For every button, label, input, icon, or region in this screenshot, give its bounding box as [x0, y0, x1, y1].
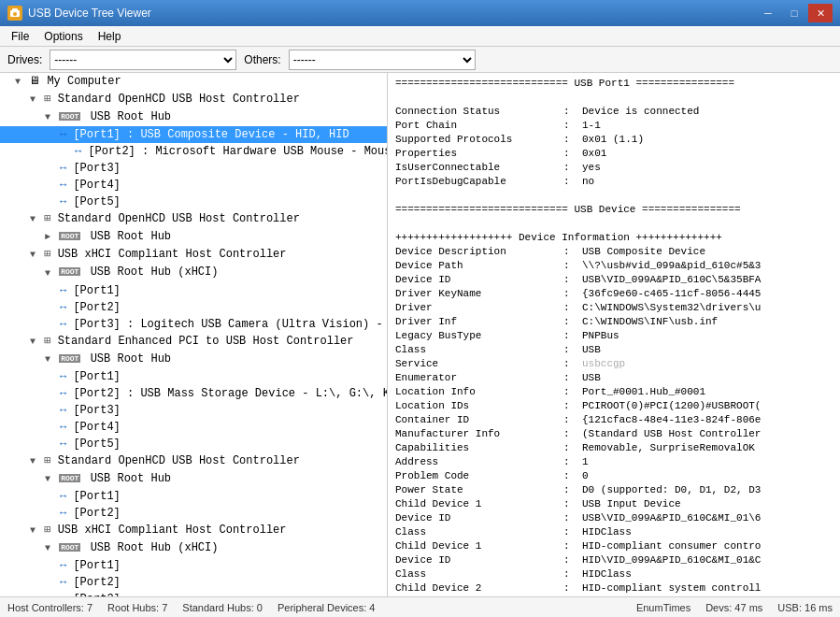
- tree-port4-3[interactable]: ↔ [Port3]: [0, 402, 387, 419]
- tree-port6-2[interactable]: ↔ [Port2]: [0, 574, 387, 591]
- tree-port1-4[interactable]: ↔ [Port4]: [0, 177, 387, 194]
- detail-problem-code: Problem Code : 0: [388, 469, 840, 483]
- tree-port1-2[interactable]: ↔ [Port2] : Microsoft Hardware USB Mouse…: [0, 143, 387, 160]
- tree-root[interactable]: ▼ 🖥 My Computer: [0, 73, 387, 91]
- tree-port6-1[interactable]: ↔ [Port1]: [0, 557, 387, 574]
- detail-class: Class : USB: [388, 343, 840, 357]
- drives-label: Drives:: [7, 53, 42, 66]
- tree-port4-1[interactable]: ↔ [Port1]: [0, 368, 387, 385]
- detail-supported-protocols: Supported Protocols : 0x01 (1.1): [388, 133, 840, 147]
- status-host-controllers: Host Controllers: 7: [7, 602, 93, 613]
- tree-hc1[interactable]: ▼ ⊞ Standard OpenHCD USB Host Controller: [0, 91, 387, 108]
- svg-point-2: [13, 12, 17, 16]
- tree-port4-4[interactable]: ↔ [Port4]: [0, 419, 387, 436]
- title-bar-left: USB Device Tree Viewer: [7, 6, 151, 21]
- tree-hub2[interactable]: ► ROOT USB Root Hub: [0, 228, 387, 246]
- drives-select[interactable]: ------: [50, 50, 236, 70]
- tree-hub6[interactable]: ▼ ROOT USB Root Hub (xHCI): [0, 539, 387, 557]
- detail-location-info: Location Info : Port_#0001.Hub_#0001: [388, 385, 840, 399]
- detail-child-dev1: Child Device 1 : USB Input Device: [388, 497, 840, 511]
- detail-child-dev1-child1: Child Device 1 : HID-compliant consumer …: [388, 539, 840, 553]
- others-label: Others:: [244, 53, 280, 66]
- minimize-button[interactable]: ─: [756, 4, 780, 22]
- tree-port5-2[interactable]: ↔ [Port2]: [0, 505, 387, 522]
- tree-hc4[interactable]: ▼ ⊞ Standard Enhanced PCI to USB Host Co…: [0, 333, 387, 351]
- status-bar: Host Controllers: 7 Root Hubs: 7 Standar…: [0, 596, 840, 617]
- menu-help[interactable]: Help: [91, 28, 129, 45]
- detail-location-ids: Location IDs : PCIROOT(0)#PCI(1200)#USBR…: [388, 399, 840, 413]
- menu-options[interactable]: Options: [36, 28, 90, 45]
- tree-port1-1[interactable]: ↔ [Port1] : USB Composite Device - HID, …: [0, 126, 387, 143]
- tree-hub5[interactable]: ▼ ROOT USB Root Hub: [0, 470, 387, 488]
- detail-dev-desc: Device Description : USB Composite Devic…: [388, 245, 840, 259]
- tree-port4-2[interactable]: ↔ [Port2] : USB Mass Storage Device - L:…: [0, 385, 387, 402]
- detail-legacy-bustype: Legacy BusType : PNPBus: [388, 329, 840, 343]
- detail-blank1: [388, 91, 840, 105]
- detail-connection-status: Connection Status : Device is connected: [388, 105, 840, 119]
- detail-blank2: [388, 189, 840, 203]
- detail-properties: Properties : 0x01: [388, 147, 840, 161]
- detail-child-dev1-child2: Child Device 2 : HID-compliant system co…: [388, 581, 840, 595]
- tree-port5-1[interactable]: ↔ [Port1]: [0, 488, 387, 505]
- title-bar: USB Device Tree Viewer ─ □ ✕: [0, 0, 840, 26]
- menu-bar: File Options Help: [0, 26, 840, 47]
- tree-hub4[interactable]: ▼ ROOT USB Root Hub: [0, 351, 387, 368]
- main-content: ▼ 🖥 My Computer ▼ ⊞ Standard OpenHCD USB…: [0, 73, 840, 596]
- tree-port3-2[interactable]: ↔ [Port2]: [0, 299, 387, 316]
- detail-child-dev1-child2-id: Device ID : HID\VID_099A&PID_610C&MI_01&…: [388, 595, 840, 596]
- detail-container-id: Container ID : {121cfac8-48e4-11e3-824f-…: [388, 413, 840, 427]
- maximize-button[interactable]: □: [782, 4, 806, 22]
- detail-enumerator: Enumerator : USB: [388, 371, 840, 385]
- detail-child-dev1-class: Class : HIDClass: [388, 525, 840, 539]
- detail-header2: ============================ USB Device …: [388, 203, 840, 217]
- status-devs: Devs: 47 ms: [705, 602, 762, 613]
- tree-port6-3[interactable]: ↔ [Port3]: [0, 591, 387, 596]
- status-enum-times: EnumTimes: [636, 602, 691, 613]
- tree-port3-3[interactable]: ↔ [Port3] : Logitech USB Camera (Ultra V…: [0, 316, 387, 333]
- detail-port-chain: Port Chain : 1-1: [388, 119, 840, 133]
- detail-header1: ============================ USB Port1 =…: [388, 77, 840, 91]
- tree-hub3[interactable]: ▼ ROOT USB Root Hub (xHCI): [0, 264, 387, 281]
- app-icon: [7, 6, 22, 21]
- detail-debug-capable: PortIsDebugCapable : no: [388, 175, 840, 189]
- detail-dev-path: Device Path : \\?\usb#vid_099a&pid_610c#…: [388, 259, 840, 273]
- detail-address: Address : 1: [388, 455, 840, 469]
- detail-child-dev1-child1-class: Class : HIDClass: [388, 567, 840, 581]
- detail-header3: +++++++++++++++++++ Device Information +…: [388, 231, 840, 245]
- window-controls: ─ □ ✕: [756, 4, 833, 22]
- tree-panel[interactable]: ▼ 🖥 My Computer ▼ ⊞ Standard OpenHCD USB…: [0, 73, 388, 596]
- tree-port1-5[interactable]: ↔ [Port5]: [0, 194, 387, 210]
- detail-user-connectable: IsUserConnectable : yes: [388, 161, 840, 175]
- tree-port4-5[interactable]: ↔ [Port5]: [0, 436, 387, 452]
- tree-hc3[interactable]: ▼ ⊞ USB xHCI Compliant Host Controller: [0, 246, 387, 264]
- menu-file[interactable]: File: [4, 28, 36, 45]
- detail-panel[interactable]: ============================ USB Port1 =…: [388, 73, 840, 596]
- toolbar: Drives: ------ Others: ------: [0, 47, 840, 73]
- detail-child-dev1-child1-id: Device ID : HID\VID_099A&PID_610C&MI_01&…: [388, 553, 840, 567]
- tree-hub1[interactable]: ▼ ROOT USB Root Hub: [0, 108, 387, 126]
- tree-port3-1[interactable]: ↔ [Port1]: [0, 282, 387, 299]
- status-usb: USB: 16 ms: [777, 602, 833, 613]
- detail-service: Service : usbccgp: [388, 357, 840, 371]
- detail-capabilities: Capabilities : Removable, SurpriseRemova…: [388, 441, 840, 455]
- detail-blank3: [388, 217, 840, 231]
- detail-manufacturer: Manufacturer Info : (Standard USB Host C…: [388, 427, 840, 441]
- status-peripheral-devices: Peripheral Devices: 4: [278, 602, 376, 613]
- detail-dev-id: Device ID : USB\VID_099A&PID_610C\5&35BF…: [388, 273, 840, 287]
- tree-hc6[interactable]: ▼ ⊞ USB xHCI Compliant Host Controller: [0, 522, 387, 539]
- tree-hc2[interactable]: ▼ ⊞ Standard OpenHCD USB Host Controller: [0, 210, 387, 228]
- detail-driver-keyname: Driver KeyName : {36fc9e60-c465-11cf-805…: [388, 287, 840, 301]
- tree-port1-3[interactable]: ↔ [Port3]: [0, 160, 387, 177]
- status-standard-hubs: Standard Hubs: 0: [182, 602, 263, 613]
- detail-driver-inf: Driver Inf : C:\WINDOWS\INF\usb.inf: [388, 315, 840, 329]
- others-select[interactable]: ------: [289, 50, 476, 70]
- detail-power-state: Power State : D0 (supported: D0, D1, D2,…: [388, 483, 840, 497]
- tree-hc5[interactable]: ▼ ⊞ Standard OpenHCD USB Host Controller: [0, 452, 387, 470]
- detail-child-dev1-id: Device ID : USB\VID_099A&PID_610C&MI_01\…: [388, 511, 840, 525]
- window-title: USB Device Tree Viewer: [28, 7, 151, 20]
- close-button[interactable]: ✕: [808, 4, 833, 22]
- status-root-hubs: Root Hubs: 7: [107, 602, 167, 613]
- detail-driver: Driver : C:\WINDOWS\System32\drivers\u: [388, 301, 840, 315]
- svg-rect-1: [12, 8, 18, 11]
